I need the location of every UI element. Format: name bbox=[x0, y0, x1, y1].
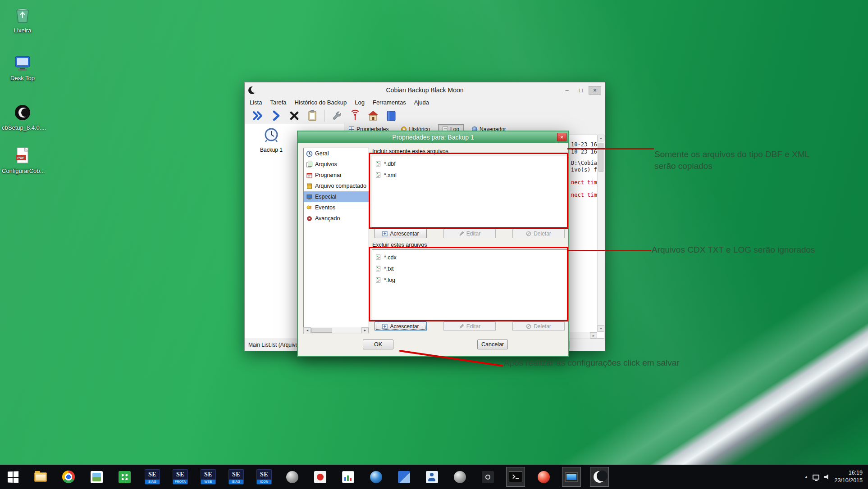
home-button[interactable] bbox=[366, 109, 380, 123]
taskbar-photo-app[interactable] bbox=[87, 467, 106, 487]
taskbar-dark-app[interactable] bbox=[478, 467, 497, 487]
exclude-file-item[interactable]: *.txt bbox=[372, 263, 567, 274]
zip-box-icon bbox=[306, 183, 313, 190]
scroll-right-icon[interactable]: ► bbox=[361, 327, 369, 333]
taskbar-command-prompt[interactable] bbox=[506, 467, 525, 487]
delete-icon bbox=[526, 324, 531, 329]
remote-control-button[interactable] bbox=[348, 109, 362, 123]
menu-log[interactable]: Log bbox=[351, 99, 369, 106]
desktop-icon-recycle-bin[interactable]: Lixeira bbox=[2, 5, 43, 34]
taskbar-se-icon[interactable]: SE ICON bbox=[255, 467, 274, 487]
tray-expand-icon[interactable]: ▲ bbox=[804, 475, 809, 479]
category-arquivos[interactable]: Arquivos bbox=[304, 159, 369, 170]
file-filter-icon bbox=[375, 254, 381, 260]
category-avancado[interactable]: Avançado bbox=[304, 213, 369, 224]
scrollbar-thumb[interactable] bbox=[311, 328, 332, 333]
dialog-close-button[interactable]: × bbox=[557, 133, 566, 141]
delete-icon bbox=[526, 231, 531, 236]
scroll-down-icon[interactable]: ▼ bbox=[598, 325, 604, 332]
run-icon bbox=[270, 109, 283, 122]
category-list-scrollbar[interactable]: ◄ ► bbox=[303, 327, 369, 334]
monitor-app-icon bbox=[565, 472, 578, 482]
options-button[interactable] bbox=[330, 109, 344, 123]
include-file-item[interactable]: *.dbf bbox=[372, 158, 567, 169]
desktop-icon-desktop-shortcut[interactable]: Desk Top bbox=[2, 52, 43, 82]
taskbar-chart-app[interactable] bbox=[338, 467, 357, 487]
close-button[interactable]: × bbox=[589, 86, 601, 95]
backup-item[interactable]: Backup 1 bbox=[253, 127, 289, 153]
taskbar-file-explorer[interactable] bbox=[31, 467, 50, 487]
ok-button[interactable]: OK bbox=[363, 340, 393, 349]
include-files-list[interactable]: *.dbf *.xml bbox=[372, 156, 567, 227]
monitor-icon bbox=[306, 194, 313, 200]
desktop-icon-cobian-setup[interactable]: cbSetup_8.4.0.... bbox=[2, 102, 43, 131]
tray-network-icon[interactable] bbox=[813, 475, 819, 480]
pdf-file-icon: PDF bbox=[2, 145, 43, 167]
clipboard-button[interactable] bbox=[305, 109, 320, 123]
windows-logo-icon bbox=[7, 471, 18, 483]
scroll-up-icon[interactable]: ▲ bbox=[598, 135, 604, 141]
scrollbar-thumb[interactable] bbox=[598, 143, 603, 172]
taskbar-green-app[interactable] bbox=[115, 467, 134, 487]
menu-tarefa[interactable]: Tarefa bbox=[266, 99, 290, 106]
taskbar-se-siag-2[interactable]: SE SIAG bbox=[227, 467, 246, 487]
taskbar-contacts-app[interactable] bbox=[422, 467, 441, 487]
taskbar-blue-app[interactable] bbox=[394, 467, 413, 487]
taskbar-se-frota[interactable]: SE FROTA bbox=[171, 467, 190, 487]
start-button[interactable] bbox=[3, 467, 22, 487]
file-filter-icon bbox=[375, 161, 381, 167]
category-list[interactable]: Geral Arquivos Programar Arquivo compact… bbox=[303, 148, 369, 334]
category-arquivo-compactado[interactable]: Arquivo compactado bbox=[304, 181, 369, 191]
exclude-file-item[interactable]: *.log bbox=[372, 274, 567, 285]
exclude-files-list[interactable]: *.cdx *.txt *.log bbox=[372, 249, 567, 320]
cancel-button[interactable]: Cancelar bbox=[477, 340, 508, 349]
include-delete-button[interactable]: Deletar bbox=[512, 229, 565, 238]
run-backup-button[interactable] bbox=[269, 109, 283, 123]
taskbar-gray-globe-1[interactable] bbox=[283, 467, 302, 487]
scroll-left-icon[interactable]: ◄ bbox=[304, 327, 311, 333]
status-divider bbox=[569, 341, 570, 349]
include-file-item[interactable]: *.xml bbox=[372, 169, 567, 181]
category-geral[interactable]: Geral bbox=[304, 148, 369, 159]
properties-dialog: Propriedades para: Backup 1 × Geral Arqu… bbox=[297, 131, 569, 357]
menu-ferramentas[interactable]: Ferramentas bbox=[369, 99, 410, 106]
taskbar-blue-globe[interactable] bbox=[366, 467, 385, 487]
tray-clock[interactable]: 16:19 23/10/2015 bbox=[834, 469, 863, 484]
exclude-file-item[interactable]: *.cdx bbox=[372, 252, 567, 263]
category-eventos[interactable]: Eventos bbox=[304, 202, 369, 213]
status-text: Main List.lst (Arquivos bbox=[248, 342, 301, 348]
run-all-backups-button[interactable] bbox=[251, 109, 265, 123]
exclude-buttons-row: Acrescentar Editar Deletar bbox=[372, 321, 567, 331]
taskbar-se-siag-1[interactable]: SE SIAG bbox=[143, 467, 162, 487]
exclude-delete-button[interactable]: Deletar bbox=[512, 321, 565, 331]
cancel-operation-button[interactable] bbox=[287, 109, 302, 123]
taskbar-chrome[interactable] bbox=[59, 467, 78, 487]
file-filter-icon bbox=[375, 277, 381, 283]
scroll-right-icon[interactable]: ► bbox=[590, 332, 597, 339]
log-vertical-scrollbar[interactable]: ▲ ▼ bbox=[597, 135, 604, 332]
taskbar-red-app[interactable] bbox=[311, 467, 329, 487]
exclude-add-button[interactable]: Acrescentar bbox=[375, 321, 427, 331]
menu-lista[interactable]: Lista bbox=[246, 99, 266, 106]
taskbar-gray-globe-2[interactable] bbox=[450, 467, 469, 487]
maximize-button[interactable]: □ bbox=[575, 86, 587, 95]
browser-button[interactable] bbox=[384, 109, 398, 123]
tray-volume-icon[interactable] bbox=[824, 474, 830, 480]
menu-ajuda[interactable]: Ajuda bbox=[410, 99, 433, 106]
minimize-button[interactable]: – bbox=[561, 86, 573, 95]
taskbar: SE SIAG SE FROTA SE WEB SE SIAG SE bbox=[0, 465, 868, 489]
include-add-button[interactable]: Acrescentar bbox=[375, 229, 427, 238]
category-especial[interactable]: Especial bbox=[304, 191, 369, 202]
desktop-icon-pdf-config[interactable]: PDF ConfigurarCob... bbox=[2, 145, 43, 175]
category-programar[interactable]: Programar bbox=[304, 170, 369, 181]
taskbar-orange-browser[interactable] bbox=[534, 467, 553, 487]
taskbar-remote-monitor[interactable] bbox=[562, 467, 581, 487]
log-line: D:\Cobian bbox=[571, 160, 600, 166]
taskbar-cobian-backup[interactable] bbox=[590, 467, 609, 487]
exclude-edit-button[interactable]: Editar bbox=[443, 321, 496, 331]
taskbar-se-web[interactable]: SE WEB bbox=[199, 467, 218, 487]
moon-icon bbox=[594, 471, 605, 483]
include-edit-button[interactable]: Editar bbox=[443, 229, 496, 238]
menu-historico-backup[interactable]: Histórico do Backup bbox=[291, 99, 351, 106]
globe-gray-icon bbox=[454, 471, 466, 483]
